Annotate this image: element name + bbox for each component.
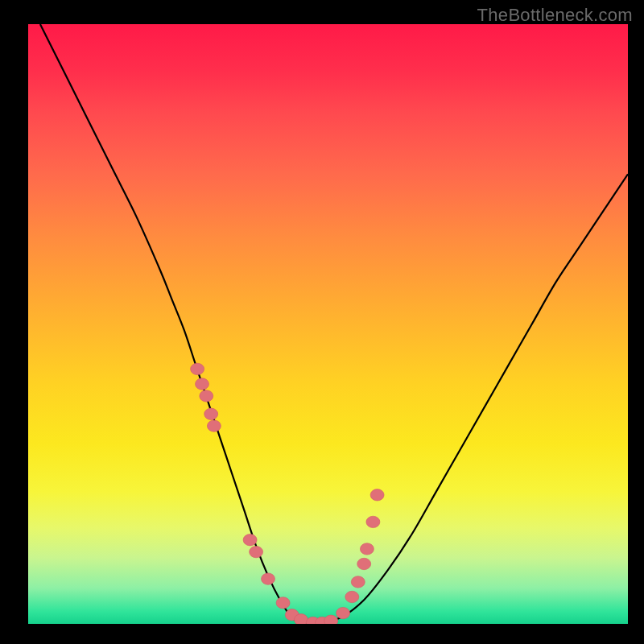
marker-dot xyxy=(191,363,204,374)
marker-dot xyxy=(360,543,374,555)
marker-dot xyxy=(204,408,218,419)
watermark-text: TheBottleneck.com xyxy=(477,5,633,26)
marker-dot xyxy=(295,614,308,624)
bottleneck-curve xyxy=(40,24,628,624)
marker-group xyxy=(191,363,385,624)
curve-svg xyxy=(28,24,628,624)
marker-dot xyxy=(243,535,257,546)
marker-dot xyxy=(262,573,275,584)
marker-dot xyxy=(250,546,263,557)
marker-dot xyxy=(207,420,221,431)
marker-dot xyxy=(345,591,359,602)
marker-dot xyxy=(357,558,371,569)
marker-dot xyxy=(200,390,213,402)
marker-dot xyxy=(276,597,290,609)
marker-dot xyxy=(324,615,338,624)
marker-dot xyxy=(370,489,384,501)
marker-dot xyxy=(351,576,365,588)
marker-dot xyxy=(336,607,350,618)
marker-dot xyxy=(196,378,209,390)
marker-dot xyxy=(366,516,380,527)
plot-area xyxy=(28,24,628,624)
chart-frame: TheBottleneck.com xyxy=(0,0,644,644)
